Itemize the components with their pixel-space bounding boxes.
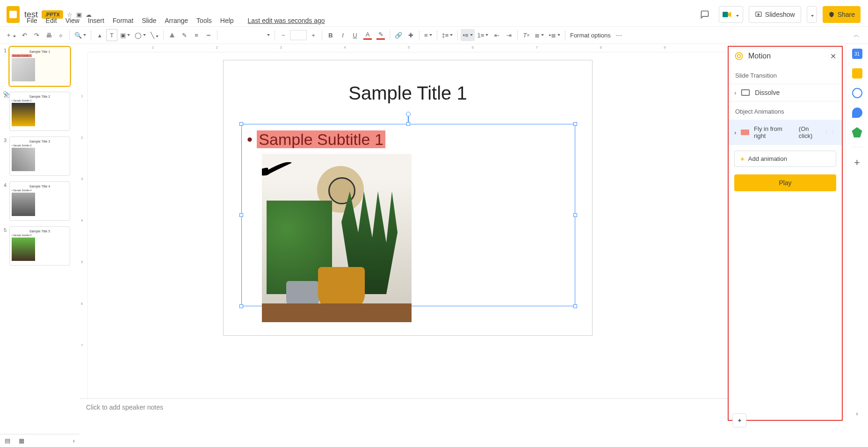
animation-trigger: (On click) xyxy=(799,125,819,139)
hide-menus-button[interactable]: ︿ xyxy=(849,31,864,39)
animation-thumb xyxy=(741,130,749,135)
insert-comment-button[interactable]: ✚ xyxy=(405,29,416,41)
italic-button[interactable]: I xyxy=(337,29,348,41)
calendar-icon[interactable]: 31 xyxy=(852,49,862,59)
explore-button[interactable]: ✦ xyxy=(732,413,746,423)
image-tool[interactable]: ▣ xyxy=(118,29,132,41)
text-color-button[interactable]: A xyxy=(362,29,374,41)
meet-button[interactable] xyxy=(719,6,743,23)
tasks-icon[interactable] xyxy=(852,88,862,98)
highlight-button[interactable]: ✎ xyxy=(375,29,387,41)
format-options-button[interactable]: Format options xyxy=(568,29,613,41)
thumbnail-3[interactable]: Sample Title 3• Sample Subtitle 3 xyxy=(9,137,70,176)
resize-handle-ne[interactable] xyxy=(573,122,577,126)
slide-canvas[interactable]: Sample Title 1 xyxy=(223,60,593,336)
comments-icon[interactable] xyxy=(696,6,713,23)
slide-title[interactable]: Sample Title 1 xyxy=(224,83,592,104)
drag-handle-icon[interactable]: ⋮⋮ xyxy=(824,130,836,136)
border-dash[interactable]: ┅ xyxy=(203,29,214,41)
resize-handle-sw[interactable] xyxy=(239,304,243,308)
border-weight[interactable]: ≡ xyxy=(191,29,202,41)
bold-button[interactable]: B xyxy=(325,29,336,41)
menu-insert[interactable]: Insert xyxy=(85,15,108,26)
keep-icon[interactable] xyxy=(852,68,862,79)
undo-button[interactable]: ↶ xyxy=(19,29,30,41)
thumbnail-5[interactable]: Sample Title 5• Sample Subtitle 5 xyxy=(9,226,70,266)
play-button[interactable]: Play xyxy=(734,174,836,191)
menu-slide[interactable]: Slide xyxy=(138,15,159,26)
menu-edit[interactable]: Edit xyxy=(43,15,60,26)
print-button[interactable]: 🖶 xyxy=(43,29,54,41)
bulleted-list-button[interactable]: •≡ xyxy=(461,29,474,41)
menu-view[interactable]: View xyxy=(62,15,83,26)
zoom-button[interactable]: 🔍 xyxy=(72,29,88,41)
shape-tool[interactable]: ◯ xyxy=(133,29,148,41)
menu-arrange[interactable]: Arrange xyxy=(161,15,191,26)
thumb-num: 1 xyxy=(4,47,9,86)
thumb-sub: Sample Subtitle 2 xyxy=(13,99,31,102)
close-icon[interactable]: ✕ xyxy=(830,52,836,61)
font-size-decrease[interactable]: − xyxy=(278,29,289,41)
slide-subtitle[interactable]: • Sample Subtitle 1 xyxy=(247,130,385,149)
border-color[interactable]: ✎ xyxy=(179,29,190,41)
list-options1[interactable]: ≣ xyxy=(533,29,546,41)
increase-indent-button[interactable]: ⇥ xyxy=(503,29,514,41)
add-animation-button[interactable]: + Add animation xyxy=(734,151,836,167)
font-size-input[interactable] xyxy=(290,30,307,40)
slideshow-dropdown[interactable] xyxy=(807,6,817,23)
paint-format-button[interactable]: ⟐ xyxy=(55,29,66,41)
thumb-title: Sample Title 4 xyxy=(12,185,68,188)
menu-tools[interactable]: Tools xyxy=(193,15,215,26)
decrease-indent-button[interactable]: ⇤ xyxy=(491,29,502,41)
resize-handle-w[interactable] xyxy=(239,213,243,217)
line-tool[interactable]: ╲ xyxy=(149,29,160,41)
resize-handle-nw[interactable] xyxy=(239,122,243,126)
slide-image[interactable]: ✔ xyxy=(262,154,412,322)
resize-handle-se[interactable] xyxy=(573,304,577,308)
font-size-increase[interactable]: + xyxy=(308,29,319,41)
more-tools-button[interactable]: ⋯ xyxy=(614,29,625,41)
align-button[interactable]: ≡ xyxy=(422,29,434,41)
share-button[interactable]: Share xyxy=(823,6,861,23)
transition-row[interactable]: › Dissolve xyxy=(729,84,842,101)
animation-row[interactable]: › Fly in from right (On click) ⋮⋮ xyxy=(729,120,842,145)
textbox-tool[interactable]: T xyxy=(106,29,117,41)
thumbnail-2[interactable]: Sample Title 2• Sample Subtitle 2 xyxy=(9,92,70,131)
redo-button[interactable]: ↷ xyxy=(31,29,42,41)
slides-app-icon[interactable] xyxy=(4,5,22,24)
maps-icon[interactable] xyxy=(852,127,862,137)
transition-section-label: Slide Transition xyxy=(729,65,842,84)
list-options2[interactable]: •≣ xyxy=(547,29,562,41)
add-animation-label: Add animation xyxy=(748,155,787,162)
thumb-image xyxy=(12,148,35,171)
resize-handle-e[interactable] xyxy=(573,213,577,217)
clear-formatting-button[interactable]: T× xyxy=(521,29,532,41)
numbered-list-button[interactable]: 1≡ xyxy=(476,29,491,41)
insert-link-button[interactable]: 🔗 xyxy=(393,29,404,41)
thumbnail-4[interactable]: Sample Title 4• Sample Subtitle 4 xyxy=(9,181,70,221)
thumb-image xyxy=(12,103,35,126)
menu-file[interactable]: File xyxy=(23,15,41,26)
font-select[interactable] xyxy=(220,29,272,41)
select-tool[interactable]: ▴ xyxy=(94,29,105,41)
svg-point-2 xyxy=(736,53,743,60)
last-edit-link[interactable]: Last edit was seconds ago xyxy=(245,15,328,26)
addons-plus-icon[interactable]: + xyxy=(854,157,860,169)
fill-color[interactable] xyxy=(166,29,178,41)
thumb-title: Sample Title 1 xyxy=(12,50,68,53)
speaker-notes[interactable]: Click to add speaker notes xyxy=(80,398,728,423)
hide-sidepanel-icon[interactable]: › xyxy=(856,410,858,423)
nike-swoosh: ✔ xyxy=(262,156,300,183)
vertical-ruler: 1 2 3 4 5 6 7 xyxy=(80,52,88,398)
new-slide-button[interactable]: ＋ xyxy=(4,29,18,41)
menu-help[interactable]: Help xyxy=(217,15,237,26)
underline-button[interactable]: U xyxy=(349,29,361,41)
chevron-right-icon: › xyxy=(734,89,736,96)
menu-format[interactable]: Format xyxy=(109,15,137,26)
line-spacing-button[interactable]: ‡≡ xyxy=(440,29,455,41)
slideshow-button[interactable]: Slideshow xyxy=(749,6,801,23)
resize-handle-n[interactable] xyxy=(406,122,410,126)
contacts-icon[interactable] xyxy=(852,108,862,118)
thumbnail-1[interactable]: Sample Title 1 Sample Subtitle 1 xyxy=(9,47,70,86)
rotation-handle[interactable] xyxy=(406,112,411,116)
